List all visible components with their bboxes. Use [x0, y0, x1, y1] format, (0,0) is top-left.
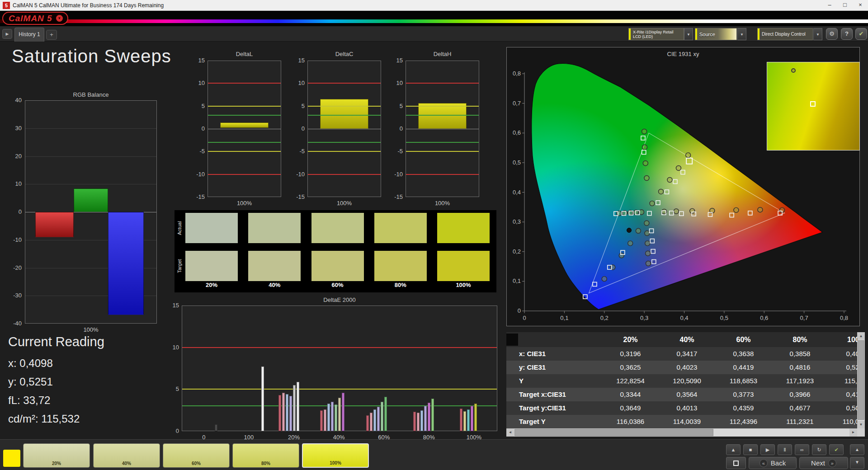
table-cell: 0,4127	[828, 388, 857, 401]
current-reading-fl: fL: 33,72	[8, 394, 104, 407]
cie-x-tick-label: 0,8	[834, 315, 854, 321]
table-cell: 110,0889	[828, 415, 857, 428]
source-dropdown-arrow[interactable]: ▼	[737, 28, 746, 40]
cie-measured-point	[686, 153, 691, 158]
pattern-window-button[interactable]	[726, 457, 746, 469]
table-cell: 0,3196	[602, 347, 659, 361]
cie-y-tick-label: 0,4	[500, 189, 521, 196]
display-control-dropdown[interactable]: Direct Display Control	[757, 28, 813, 40]
table-column-header: 20%	[602, 332, 659, 347]
deltae-x-tick-label: 100%	[460, 434, 487, 441]
level-down-button[interactable]: ▼	[850, 457, 864, 469]
calman-logo[interactable]: CalMAN 5 ▼	[2, 12, 68, 25]
pause-button[interactable]: Ⅱ	[778, 444, 792, 455]
saturation-level-button[interactable]: 80%	[232, 443, 299, 468]
next-button[interactable]: Next »	[799, 457, 848, 469]
source-dropdown[interactable]: Source	[695, 28, 737, 40]
play-button[interactable]: ▶	[760, 444, 775, 455]
scroll-right-icon[interactable]: ►	[849, 428, 857, 437]
close-button[interactable]: ×	[853, 0, 868, 11]
deltae-bar	[282, 393, 285, 431]
table-row-label: Y	[519, 374, 602, 388]
display-control-dropdown-arrow[interactable]: ▼	[813, 28, 822, 40]
table-column-header: 100%	[828, 332, 857, 347]
loop-button[interactable]: ∞	[795, 444, 809, 455]
table-cell: 115,532	[828, 374, 857, 388]
tab-history[interactable]: History 1	[14, 28, 44, 42]
deltae-bar	[338, 398, 341, 431]
deltae-bar	[286, 394, 288, 431]
saturation-level-button[interactable]: 40%	[93, 443, 160, 468]
current-reading-y: y: 0,5251	[8, 376, 104, 388]
scroll-left-icon[interactable]: ◄	[506, 428, 514, 437]
cie-x-tick-label: 0,3	[634, 315, 654, 321]
cie-measured-point	[642, 145, 647, 150]
swatch-actual	[248, 213, 301, 243]
cie-measured-point	[619, 253, 624, 258]
delta-y-tick-label: 15	[288, 57, 305, 64]
minimize-button[interactable]: –	[822, 0, 837, 11]
deltae-bar	[324, 409, 326, 431]
rgb-y-tick-label: 20	[4, 153, 22, 160]
table-cell: 0,4098	[828, 347, 857, 361]
saturation-level-button[interactable]: 60%	[163, 443, 230, 468]
rgb-y-tick-label: -40	[4, 320, 22, 327]
deltae-y-tick-label: 5	[163, 385, 179, 392]
logo-text: CalMAN 5	[9, 14, 52, 24]
source-label: Source	[695, 32, 715, 37]
swatch-col-label: 80%	[374, 282, 427, 288]
swatch-col-label: 100%	[437, 282, 490, 288]
saturation-level-button[interactable]: 100%	[302, 443, 369, 468]
deltae-bar	[327, 404, 330, 431]
delta-y-tick-label: 5	[188, 103, 205, 109]
deltae-bar	[413, 412, 416, 431]
delta-ref-line	[308, 151, 381, 152]
back-button[interactable]: « Back	[749, 457, 797, 469]
table-vertical-scrollbar[interactable]: ▲ ▼	[857, 332, 865, 428]
confirm-button[interactable]: ✔	[855, 28, 867, 40]
delta-ref-line	[406, 151, 479, 152]
eject-button[interactable]: ▲	[726, 444, 741, 455]
deltae-bar	[289, 396, 292, 431]
saturation-level-button[interactable]: 20%	[23, 443, 90, 468]
scroll-up-icon[interactable]: ▲	[857, 332, 865, 340]
maximize-button[interactable]: □	[837, 0, 853, 11]
delta-ref-line	[406, 83, 479, 84]
meter-dropdown-arrow[interactable]: ▼	[684, 28, 693, 40]
deltae-x-tick-label: 100	[235, 434, 262, 441]
horizontal-scrollbar-thumb[interactable]	[514, 429, 713, 436]
stop-button[interactable]: ■	[743, 444, 758, 455]
delta-y-tick-label: 15	[386, 57, 403, 64]
scroll-down-icon[interactable]: ▼	[857, 421, 865, 428]
confirm-button[interactable]: ✔	[829, 444, 844, 455]
bottom-bar: « Back Next » ▲ ▼ 20%40%60%80%100%▲■▶Ⅱ∞↻…	[0, 439, 868, 470]
delta-y-tick-label: -10	[188, 171, 205, 178]
tab-scroll-button[interactable]: ▶	[2, 29, 12, 39]
brand-bar	[0, 11, 868, 26]
logo-dropdown-icon[interactable]: ▼	[56, 15, 63, 22]
rgb-y-tick-label: 10	[4, 180, 22, 187]
display-control-label: Direct Display Control	[758, 32, 806, 37]
swatch-target	[374, 251, 427, 281]
table-row: Target Y116,0386114,0039112,4396111,2321…	[506, 415, 857, 428]
deltae-chart-title: DeltaE 2000	[182, 296, 497, 303]
cie-x-tick-label: 0,6	[754, 315, 774, 321]
vertical-scrollbar-thumb[interactable]	[858, 340, 864, 420]
cie-y-tick-label: 0,6	[500, 129, 521, 136]
table-column-header: 80%	[772, 332, 828, 347]
table-cell: 0,4419	[715, 361, 772, 374]
delta-ref-line	[208, 151, 281, 152]
cie-x-tick-label: 0,2	[594, 315, 614, 321]
refresh-button[interactable]: ↻	[812, 444, 826, 455]
table-cell: 117,1923	[772, 374, 828, 388]
help-button[interactable]: ?	[841, 28, 853, 40]
add-tab-button[interactable]: +	[46, 30, 57, 40]
settings-gear-button[interactable]: ⚙	[826, 28, 838, 40]
delta-y-tick-label: 0	[288, 125, 305, 132]
cie-measured-point	[676, 165, 681, 170]
table-horizontal-scrollbar[interactable]: ◄ ►	[506, 428, 857, 437]
cie-x-tick-label: 0	[514, 315, 534, 321]
level-up-button[interactable]: ▲	[850, 444, 864, 455]
meter-dropdown[interactable]: X-Rite i1Display Retail LCD (LED)	[628, 28, 684, 40]
swatch-col-label: 60%	[311, 282, 364, 288]
